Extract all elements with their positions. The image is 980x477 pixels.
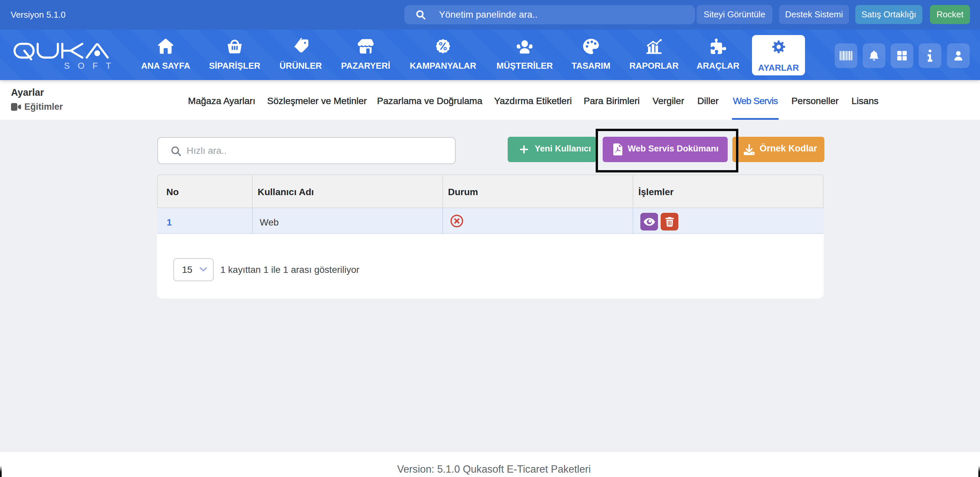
svg-text:SOFT: SOFT: [64, 61, 111, 71]
